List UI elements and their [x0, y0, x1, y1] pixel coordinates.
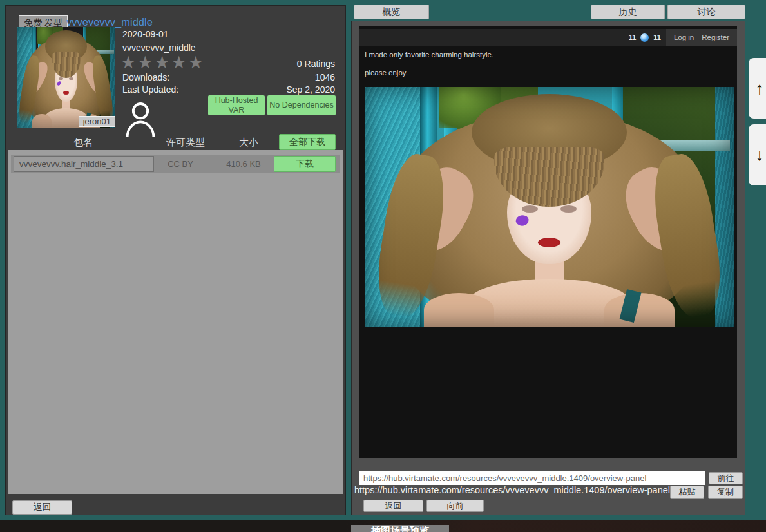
go-button[interactable]: 前往 — [709, 472, 743, 484]
package-title: vvvevevvv_middle — [122, 43, 196, 53]
copy-button[interactable]: 复制 — [708, 486, 743, 499]
download-button[interactable]: 下载 — [274, 156, 336, 172]
url-input[interactable] — [359, 471, 705, 485]
package-list: vvvevevvv.hair_middle_3.1 CC BY 410.6 KB… — [8, 150, 343, 494]
count-right: 11 — [653, 33, 661, 41]
tab-overview[interactable]: 概览 — [354, 5, 429, 19]
browser-back-button[interactable]: 返回 — [363, 500, 423, 512]
package-name-cell[interactable]: vvvevevvv.hair_middle_3.1 — [14, 156, 154, 172]
auth-links: Log in Register — [666, 29, 737, 46]
current-url-label: https://hub.virtamate.com/resources/vvve… — [354, 485, 670, 495]
last-updated-label: Last Updated: — [122, 84, 178, 95]
paste-button[interactable]: 粘贴 — [670, 486, 704, 499]
column-package-name: 包名 — [73, 137, 93, 149]
author-label: jeron01 — [79, 116, 115, 127]
register-link[interactable]: Register — [702, 33, 729, 41]
resource-thumbnail: jeron01 — [17, 27, 115, 128]
rating-stars[interactable]: ★★★★★ — [120, 52, 205, 73]
no-dependencies-badge: No Dependencies — [267, 95, 336, 115]
webpage-header: 11 11 Log in Register — [359, 29, 737, 46]
column-license-type: 许可类型 — [166, 137, 205, 149]
license-cell: CC BY — [168, 159, 193, 169]
count-left: 11 — [629, 33, 637, 41]
login-link[interactable]: Log in — [674, 33, 694, 41]
user-icon — [124, 100, 157, 137]
description-line-2: please enjoy. — [365, 69, 408, 77]
down-arrow-icon: ↓ — [756, 145, 764, 165]
background-ui-bar: 插图场景预览 — [0, 520, 766, 532]
download-all-button[interactable]: 全部下载 — [279, 134, 336, 150]
art-shape — [17, 27, 115, 128]
ratings-count: 0 Ratings — [297, 59, 335, 69]
scroll-up-button[interactable]: ↑ — [749, 58, 766, 119]
vam-hub-screen: 免费 发型 vvvevevvv_middle — [0, 0, 766, 532]
table-row: vvvevevvv.hair_middle_3.1 CC BY 410.6 KB… — [11, 155, 340, 173]
resource-main-image — [365, 87, 734, 327]
webview: 11 11 Log in Register I made only favori… — [359, 26, 737, 458]
downloads-label: Downloads: — [122, 72, 169, 82]
browser-forward-button[interactable]: 向前 — [426, 500, 484, 512]
last-updated-value: Sep 2, 2020 — [286, 84, 335, 95]
resource-info-panel: 免费 发型 vvvevevvv_middle — [5, 5, 346, 515]
column-size: 大小 — [239, 137, 258, 149]
browser-panel: 11 11 Log in Register I made only favori… — [351, 21, 745, 515]
tab-discussion[interactable]: 讨论 — [667, 5, 745, 19]
up-arrow-icon: ↑ — [756, 79, 764, 99]
size-cell: 410.6 KB — [226, 159, 261, 169]
art-shape — [365, 87, 734, 327]
panel-back-button[interactable]: 返回 — [12, 500, 72, 515]
hub-hosted-var-badge: Hub-Hosted VAR — [208, 95, 265, 115]
tab-history[interactable]: 历史 — [591, 5, 665, 19]
scroll-down-button[interactable]: ↓ — [749, 124, 766, 185]
partial-clipped-button[interactable]: 插图场景预览 — [351, 525, 449, 532]
description-line-1: I made only favorite charming hairstyle. — [365, 51, 493, 59]
release-date: 2020-09-01 — [122, 29, 169, 39]
reaction-orb-icon — [640, 33, 649, 42]
reaction-counts: 11 11 — [629, 29, 661, 46]
downloads-value: 1046 — [315, 72, 335, 82]
